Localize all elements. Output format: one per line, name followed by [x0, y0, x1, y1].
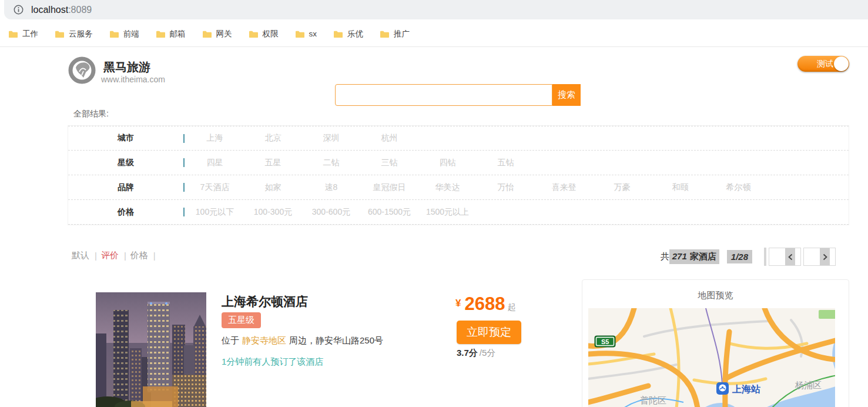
bookmark-label: 权限: [263, 29, 279, 39]
hotel-name[interactable]: 上海希尔顿酒店: [222, 293, 308, 310]
bookmark-item-work[interactable]: 工作: [8, 29, 38, 39]
filter-row-brand: 品牌 7天酒店 如家 速8 皇冠假日 华美达 万怡 喜来登 万豪 和颐 希尔顿: [68, 175, 849, 200]
sort-separator: |: [153, 251, 156, 261]
filter-option[interactable]: 300-600元: [302, 207, 360, 218]
map-preview-panel: 地图预览: [582, 279, 849, 407]
bookmark-item-sx[interactable]: sx: [295, 29, 317, 38]
filter-option[interactable]: 万怡: [477, 182, 535, 193]
site-name: 黑马旅游: [103, 59, 150, 75]
filter-option[interactable]: 深圳: [302, 133, 360, 144]
folder-icon: [333, 30, 343, 38]
bookmark-item-promo[interactable]: 推广: [380, 29, 410, 39]
filter-label: 星级: [68, 158, 183, 168]
highway-shield-icon: S5: [595, 336, 615, 347]
station-label: 上海站: [732, 384, 760, 394]
bookmarks-bar: 工作 云服务 前端 邮箱 网关 权限 sx 乐优 推广: [0, 21, 868, 47]
filter-option[interactable]: 如家: [244, 182, 302, 193]
browser-address-bar[interactable]: localhost:8089: [4, 0, 868, 19]
filter-divider: [183, 134, 185, 143]
folder-icon: [295, 30, 304, 38]
filter-option[interactable]: 600-1500元: [360, 207, 418, 218]
filter-option[interactable]: 1500元以上: [418, 207, 477, 218]
price-value: 2688: [464, 293, 505, 314]
folder-icon: [156, 30, 165, 38]
bookmark-item-auth[interactable]: 权限: [249, 29, 279, 39]
folder-icon: [380, 30, 389, 38]
filter-option[interactable]: 皇冠假日: [360, 182, 418, 193]
filter-option[interactable]: 三钻: [360, 158, 418, 168]
filter-option[interactable]: 速8: [302, 182, 360, 193]
bookmark-label: 推广: [394, 29, 410, 39]
bookmark-label: 乐优: [347, 29, 363, 39]
location-area-link[interactable]: 静安寺地区: [242, 335, 286, 345]
filter-option[interactable]: 北京: [244, 133, 302, 144]
filter-option[interactable]: 五钻: [477, 158, 535, 168]
filter-label: 品牌: [68, 182, 183, 193]
chevron-left-icon: [785, 248, 795, 265]
bookmark-label: 网关: [216, 29, 232, 39]
toggle-label: 测试: [817, 59, 833, 69]
map-canvas[interactable]: S5 上海站 杨浦区 普陀区: [588, 308, 844, 407]
filter-row-city: 城市 上海 北京 深圳 杭州: [68, 126, 849, 151]
filter-option[interactable]: 和颐: [651, 182, 709, 193]
bookmark-item-frontend[interactable]: 前端: [109, 29, 139, 39]
sort-bar: 默认 | 评价 | 价格 | 共 271家酒店 1/28: [0, 246, 868, 268]
book-now-button[interactable]: 立即预定: [457, 321, 521, 344]
filter-option[interactable]: 五星: [244, 158, 302, 168]
sort-option-default[interactable]: 默认: [72, 250, 89, 261]
filter-option[interactable]: 100-300元: [244, 207, 302, 218]
bookmark-item-mail[interactable]: 邮箱: [156, 29, 186, 39]
hotel-rating: 3.7分/5分: [457, 348, 495, 359]
recent-booking-notice: 1分钟前有人预订了该酒店: [222, 356, 323, 368]
filter-panel: 城市 上海 北京 深圳 杭州 星级 四星 五星 二钻 三钻 四钻 五钻 品牌 7…: [68, 125, 849, 225]
map-title: 地图预览: [582, 280, 849, 301]
filter-option[interactable]: 上海: [186, 133, 244, 144]
folder-icon: [202, 30, 212, 38]
filter-option[interactable]: 万豪: [593, 182, 651, 193]
filter-option[interactable]: 华美达: [418, 182, 477, 193]
prev-page-button[interactable]: [769, 248, 801, 266]
filter-option[interactable]: 喜来登: [535, 182, 593, 193]
pagination: 共 271家酒店 1/28: [661, 248, 836, 266]
filter-option[interactable]: 7天酒店: [186, 182, 244, 193]
filter-option[interactable]: 二钻: [302, 158, 360, 168]
toggle-knob: [834, 56, 849, 71]
bookmark-item-gateway[interactable]: 网关: [202, 29, 232, 39]
bookmark-label: 云服务: [69, 29, 93, 39]
filter-divider: [183, 158, 185, 167]
rating-total: /5分: [480, 348, 496, 358]
folder-icon: [55, 30, 64, 38]
location-rest: 周边，静安华山路250号: [289, 335, 383, 345]
sort-separator: |: [124, 251, 126, 261]
district-label-putuo: 普陀区: [640, 395, 666, 405]
filter-option[interactable]: 四星: [186, 158, 244, 168]
page-indicator: 1/28: [727, 250, 752, 263]
district-label-yangpu: 杨浦区: [795, 380, 822, 390]
hotel-price: ¥2688起: [455, 293, 515, 315]
page-content: 黑马旅游 www.itheima.com 测试 搜索 全部结果: 城市 上海 北…: [0, 48, 868, 407]
url-port: :8089: [68, 5, 92, 15]
filter-option[interactable]: 100元以下: [186, 207, 244, 218]
search-input[interactable]: [335, 84, 552, 106]
folder-icon: [109, 30, 119, 38]
bookmark-label: 邮箱: [170, 29, 186, 39]
highway-label: S5: [601, 338, 609, 345]
filter-divider: [183, 183, 185, 192]
next-page-button[interactable]: [803, 248, 836, 266]
rating-score: 3.7分: [457, 348, 478, 358]
sort-option-rating[interactable]: 评价: [101, 250, 119, 261]
filter-option[interactable]: 希尔顿: [709, 182, 768, 193]
filter-option[interactable]: 四钻: [418, 158, 477, 168]
test-toggle-switch[interactable]: 测试: [797, 56, 849, 72]
site-url: www.itheima.com: [101, 75, 165, 84]
bookmark-item-leyou[interactable]: 乐优: [333, 29, 363, 39]
folder-icon: [8, 30, 18, 38]
info-icon[interactable]: [14, 5, 24, 15]
chevron-right-icon: [820, 248, 830, 265]
hotel-location: 位于静安寺地区周边，静安华山路250号: [222, 335, 383, 346]
sort-option-price[interactable]: 价格: [130, 250, 148, 261]
bookmark-item-cloud[interactable]: 云服务: [55, 29, 93, 39]
hotel-photo[interactable]: [96, 292, 206, 407]
search-button[interactable]: 搜索: [552, 84, 581, 106]
filter-option[interactable]: 杭州: [360, 133, 418, 144]
